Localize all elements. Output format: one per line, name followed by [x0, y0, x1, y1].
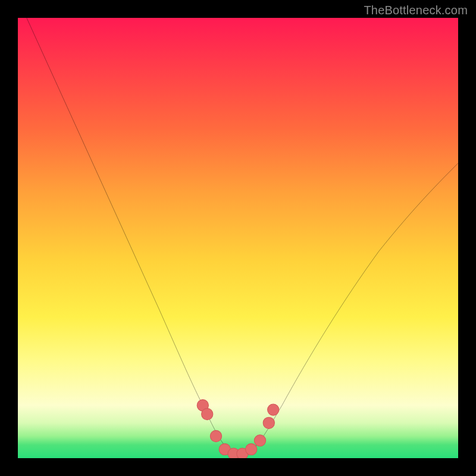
chart-frame: TheBottleneck.com	[0, 0, 476, 476]
dip-marker	[246, 444, 257, 455]
dip-marker-group	[197, 400, 279, 458]
dip-marker	[202, 408, 213, 419]
watermark-text: TheBottleneck.com	[364, 4, 468, 17]
dip-marker	[254, 435, 265, 446]
dip-marker	[263, 417, 274, 428]
dip-marker	[210, 430, 221, 441]
curve-layer	[18, 18, 458, 458]
dip-marker	[268, 404, 279, 415]
bottleneck-curve	[27, 18, 458, 456]
plot-area	[18, 18, 458, 458]
